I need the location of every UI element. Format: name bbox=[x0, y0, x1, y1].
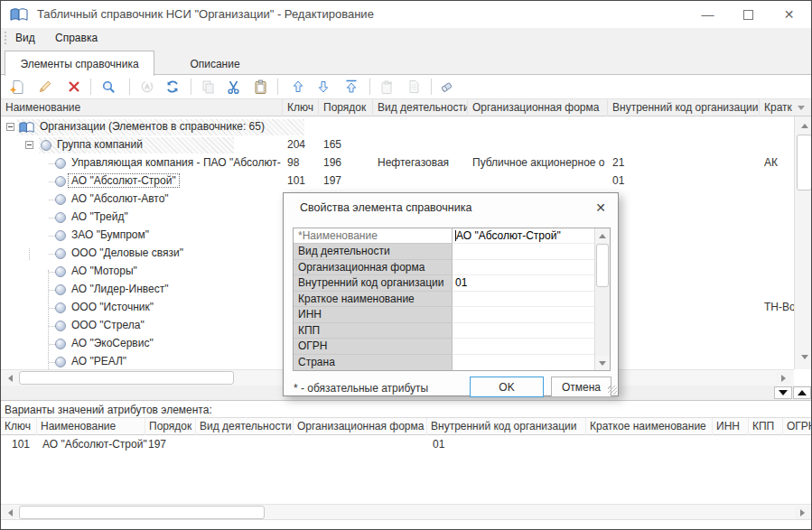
column-header-key[interactable]: Ключ bbox=[283, 99, 319, 116]
cell-code: 01 bbox=[433, 438, 444, 451]
property-value-inn[interactable] bbox=[453, 307, 594, 322]
move-top-button[interactable] bbox=[340, 76, 363, 98]
property-value-code[interactable]: 01 bbox=[453, 275, 594, 291]
dialog-close-button[interactable]: ✕ bbox=[591, 198, 611, 218]
variants-table-header: Ключ Наименование Порядок Вид деятельнос… bbox=[1, 417, 812, 435]
tree-item[interactable]: Группа компаний 204 165 bbox=[1, 136, 794, 154]
move-down-button[interactable] bbox=[312, 76, 335, 98]
column-header-short[interactable]: Краткое наименование bbox=[586, 418, 713, 435]
variants-horizontal-scrollbar[interactable] bbox=[1, 504, 812, 520]
property-label: Внутренний код организации bbox=[294, 275, 453, 291]
menu-view[interactable]: Вид bbox=[8, 28, 42, 48]
collapse-icon[interactable] bbox=[25, 141, 33, 149]
refresh-button[interactable] bbox=[161, 76, 184, 98]
cell-short: АК bbox=[764, 156, 778, 169]
scroll-down-button[interactable] bbox=[797, 349, 812, 364]
tree-item-label: АО "Моторы" bbox=[69, 265, 140, 277]
cell-order: 196 bbox=[323, 156, 341, 169]
add-button[interactable] bbox=[5, 76, 28, 98]
property-value-name[interactable]: АО "Абсолют-Строй" bbox=[453, 228, 594, 244]
title-bar: Табличный справочник НСИ "Организации" -… bbox=[1, 1, 811, 28]
column-header-form[interactable]: Организационная форма bbox=[468, 99, 608, 116]
clear-button[interactable] bbox=[434, 76, 458, 98]
minimize-button[interactable]: — bbox=[687, 1, 728, 28]
property-label: *Наименование bbox=[294, 228, 453, 244]
property-value-form[interactable] bbox=[453, 260, 594, 275]
toolbar-separator bbox=[369, 79, 370, 95]
delete-button[interactable] bbox=[62, 76, 86, 98]
column-header-name[interactable]: Наименование bbox=[37, 418, 145, 435]
column-header-name[interactable]: Наименование bbox=[1, 99, 283, 116]
resize-grip[interactable] bbox=[608, 386, 617, 395]
scroll-left-button[interactable] bbox=[3, 372, 17, 385]
property-value-short[interactable] bbox=[453, 292, 594, 307]
element-icon bbox=[55, 248, 66, 259]
tab-description[interactable]: Описание bbox=[154, 52, 275, 75]
scroll-up-button[interactable] bbox=[797, 118, 812, 133]
scroll-left-button[interactable] bbox=[3, 507, 17, 519]
splitter-collapse-down-button[interactable] bbox=[774, 386, 792, 399]
scroll-down-button[interactable] bbox=[595, 356, 610, 370]
tree-item-label: АО "РЕАЛ" bbox=[69, 355, 129, 367]
column-header-key[interactable]: Ключ bbox=[1, 418, 37, 435]
property-row: КПП bbox=[294, 323, 610, 339]
tree-vertical-scrollbar[interactable] bbox=[794, 116, 812, 369]
column-header-activity[interactable]: Вид деятельности bbox=[196, 418, 294, 435]
tree-item[interactable]: Управляющая компания - ПАО "Абсолют-Сер … bbox=[1, 154, 794, 172]
value-text: АО "Абсолют-Строй" bbox=[456, 229, 561, 242]
scroll-right-button[interactable] bbox=[795, 507, 809, 519]
move-up-button[interactable] bbox=[286, 76, 310, 98]
property-value-activity[interactable] bbox=[453, 244, 594, 259]
duplicate-button[interactable] bbox=[402, 76, 425, 98]
scrollbar-thumb[interactable] bbox=[19, 371, 234, 385]
cell-order: 197 bbox=[148, 438, 166, 451]
cut-button[interactable] bbox=[221, 76, 245, 98]
scroll-up-button[interactable] bbox=[595, 228, 610, 243]
scrollbar-thumb[interactable] bbox=[596, 244, 609, 287]
grid-vertical-scrollbar[interactable] bbox=[594, 228, 610, 370]
copy-button[interactable] bbox=[196, 76, 219, 98]
search-button[interactable] bbox=[97, 76, 120, 98]
column-header-activity[interactable]: Вид деятельности bbox=[373, 99, 468, 116]
ok-label: OK bbox=[499, 381, 514, 394]
column-chooser-icon[interactable] bbox=[798, 106, 805, 110]
property-value-country[interactable] bbox=[453, 355, 594, 370]
column-header-order[interactable]: Порядок bbox=[145, 418, 196, 435]
column-header-form[interactable]: Организационная форма bbox=[294, 418, 427, 435]
tree-item-selected[interactable]: АО "Абсолют-Строй" 101 197 01 bbox=[1, 172, 794, 191]
close-button[interactable]: ✕ bbox=[769, 1, 809, 28]
element-icon bbox=[55, 176, 66, 187]
tree-item-root[interactable]: Организации (Элементов в справочнике: 65… bbox=[1, 118, 794, 136]
scroll-right-button[interactable] bbox=[776, 372, 790, 385]
cell-order: 165 bbox=[323, 138, 341, 151]
splitter-collapse-up-button[interactable] bbox=[793, 386, 811, 399]
paste-special-icon bbox=[379, 79, 395, 95]
column-header-code[interactable]: Внутренний код организации bbox=[427, 418, 586, 435]
column-header-order[interactable]: Порядок bbox=[319, 99, 373, 116]
tree-connector bbox=[49, 362, 55, 363]
column-header-inn[interactable]: ИНН bbox=[713, 418, 749, 435]
auto-replace-button[interactable] bbox=[135, 76, 159, 98]
cancel-button[interactable]: Отмена bbox=[551, 377, 611, 397]
element-icon bbox=[55, 194, 66, 205]
paste-special-button[interactable] bbox=[375, 76, 398, 98]
paste-button[interactable] bbox=[248, 76, 272, 98]
column-header-ogrn[interactable]: ОГРН bbox=[783, 418, 812, 435]
column-header-kpp[interactable]: КПП bbox=[749, 418, 783, 435]
maximize-button[interactable] bbox=[728, 1, 769, 28]
column-header-code[interactable]: Внутренний код организации bbox=[608, 99, 760, 116]
search-icon bbox=[101, 79, 117, 95]
property-value-kpp[interactable] bbox=[453, 323, 594, 339]
tab-elements[interactable]: Элементы справочника bbox=[5, 51, 154, 76]
cell-order: 197 bbox=[323, 174, 341, 187]
scrollbar-thumb[interactable] bbox=[19, 506, 265, 519]
scrollbar-thumb[interactable] bbox=[797, 135, 812, 191]
property-value-ogrn[interactable] bbox=[453, 339, 594, 354]
ok-button[interactable]: OK bbox=[470, 377, 544, 397]
menu-help[interactable]: Справка bbox=[48, 28, 105, 48]
edit-button[interactable] bbox=[33, 76, 57, 98]
table-row[interactable]: 101 АО "Абсолют-Строй" 197 01 bbox=[1, 436, 812, 453]
column-header-short[interactable]: Кратк bbox=[760, 99, 794, 116]
collapse-icon[interactable] bbox=[6, 123, 14, 131]
copy-icon bbox=[201, 79, 216, 95]
